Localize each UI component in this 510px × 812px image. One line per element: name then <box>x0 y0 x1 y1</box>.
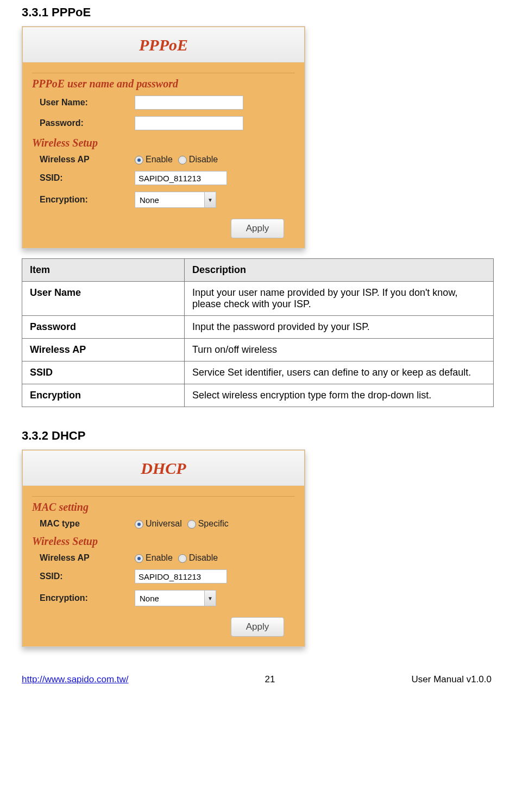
table-row: Password Input the password provided by … <box>22 316 494 339</box>
radio-enable-pppoe[interactable]: Enable <box>135 155 173 164</box>
disable-label-dhcp: Disable <box>189 553 218 562</box>
table-row: Wireless AP Turn on/off wireless <box>22 339 494 361</box>
pppoe-panel: PPPoE PPPoE user name and password User … <box>22 26 305 249</box>
wireless-ap-label-pppoe: Wireless AP <box>32 155 135 164</box>
password-label: Password: <box>32 118 135 128</box>
table-cell-desc: Service Set identifier, users can define… <box>185 361 494 384</box>
table-cell-item: Wireless AP <box>22 339 185 361</box>
pppoe-panel-title: PPPoE <box>23 27 304 62</box>
group-heading-mac: MAC setting <box>32 501 295 513</box>
section-heading-pppoe: 3.3.1 PPPoE <box>22 5 494 20</box>
ssid-input-pppoe[interactable] <box>135 171 227 185</box>
disable-label-pppoe: Disable <box>189 155 218 164</box>
ssid-label-pppoe: SSID: <box>32 173 135 183</box>
radio-dot-icon <box>178 156 187 164</box>
username-label: User Name: <box>32 98 135 107</box>
radio-dot-icon <box>178 554 187 563</box>
radio-universal[interactable]: Universal <box>135 519 182 529</box>
radio-dot-icon <box>187 520 196 529</box>
ssid-label-dhcp: SSID: <box>32 572 135 581</box>
table-cell-item: Password <box>22 316 185 339</box>
radio-disable-pppoe[interactable]: Disable <box>178 155 218 164</box>
table-cell-desc: Select wireless encryption type form the… <box>185 384 494 407</box>
chevron-down-icon: ▼ <box>204 192 216 207</box>
table-row: Encryption Select wireless encryption ty… <box>22 384 494 407</box>
wireless-ap-label-dhcp: Wireless AP <box>32 553 135 563</box>
apply-button-dhcp[interactable]: Apply <box>231 617 284 637</box>
username-input[interactable] <box>135 96 243 110</box>
enable-label-dhcp: Enable <box>146 553 173 562</box>
table-header-description: Description <box>185 259 494 282</box>
dhcp-panel: DHCP MAC setting MAC type Universal Spec… <box>22 449 305 647</box>
manual-version: User Manual v1.0.0 <box>412 674 492 685</box>
group-heading-wireless-pppoe: Wireless Setup <box>32 137 295 149</box>
section-heading-dhcp: 3.3.2 DHCP <box>22 429 494 443</box>
dhcp-panel-title: DHCP <box>23 451 304 486</box>
apply-button-pppoe[interactable]: Apply <box>231 219 284 238</box>
table-row: User Name Input your user name provided … <box>22 282 494 316</box>
table-cell-desc: Turn on/off wireless <box>185 339 494 361</box>
universal-label: Universal <box>146 519 182 528</box>
radio-specific[interactable]: Specific <box>187 519 229 529</box>
divider <box>32 73 295 73</box>
radio-dot-icon <box>135 554 143 563</box>
radio-dot-icon <box>135 520 143 529</box>
chevron-down-icon: ▼ <box>204 591 216 606</box>
encryption-label-pppoe: Encryption: <box>32 195 135 205</box>
table-row: SSID Service Set identifier, users can d… <box>22 361 494 384</box>
page-footer: http://www.sapido.com.tw/ 21 User Manual… <box>22 669 494 692</box>
encryption-select-pppoe[interactable]: None ▼ <box>135 192 216 208</box>
table-cell-desc: Input the password provided by your ISP. <box>185 316 494 339</box>
table-cell-item: SSID <box>22 361 185 384</box>
table-header-item: Item <box>22 259 185 282</box>
page-number: 21 <box>129 674 412 685</box>
group-heading-pppoe-auth: PPPoE user name and password <box>32 78 295 90</box>
password-input[interactable] <box>135 116 243 130</box>
encryption-value-pppoe: None <box>135 195 204 205</box>
footer-url-link[interactable]: http://www.sapido.com.tw/ <box>22 674 129 685</box>
encryption-select-dhcp[interactable]: None ▼ <box>135 590 216 606</box>
divider <box>32 496 295 497</box>
encryption-label-dhcp: Encryption: <box>32 593 135 603</box>
radio-enable-dhcp[interactable]: Enable <box>135 553 173 563</box>
table-cell-item: Encryption <box>22 384 185 407</box>
encryption-value-dhcp: None <box>135 594 204 603</box>
group-heading-wireless-dhcp: Wireless Setup <box>32 535 295 548</box>
radio-disable-dhcp[interactable]: Disable <box>178 553 218 563</box>
table-cell-desc: Input your user name provided by your IS… <box>185 282 494 316</box>
specific-label: Specific <box>198 519 229 528</box>
mac-type-label: MAC type <box>32 519 135 529</box>
description-table: Item Description User Name Input your us… <box>22 258 494 407</box>
enable-label-pppoe: Enable <box>146 155 173 164</box>
radio-dot-icon <box>135 156 143 164</box>
table-cell-item: User Name <box>22 282 185 316</box>
ssid-input-dhcp[interactable] <box>135 569 227 583</box>
